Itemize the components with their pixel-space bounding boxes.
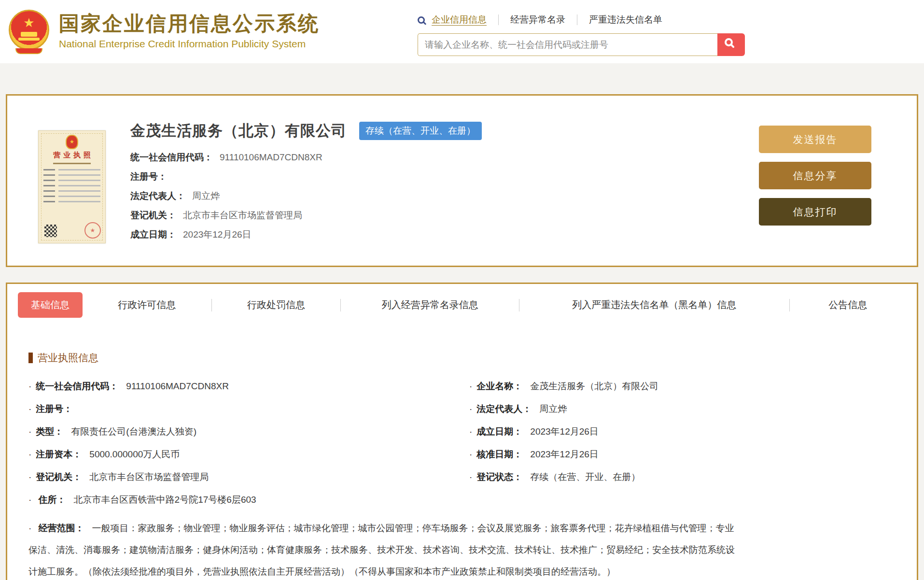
license-detail-grid: 统一社会信用代码：91110106MAD7CDN8XR 企业名称：金茂生活服务（… [7,365,917,482]
field-credit-code: 统一社会信用代码：91110106MAD7CDN8XR [130,152,482,163]
site-title-en: National Enterprise Credit Information P… [59,38,320,50]
field-registration-number: 注册号： [130,171,482,182]
info-print-button[interactable]: 信息打印 [759,198,871,226]
field-establishment-date: 成立日期：2023年12月26日 [130,229,482,240]
nav-divider [577,14,577,25]
section-title-bar [28,353,33,363]
detail-approval-date: 核准日期：2023年12月26日 [469,449,896,460]
field-legal-representative: 法定代表人：周立烨 [130,190,482,201]
license-title: 营业执照 [39,151,105,160]
nav-link-serious-violation-list[interactable]: 严重违法失信名单 [589,14,662,26]
site-brand: ★ 国家企业信用信息公示系统 National Enterprise Credi… [7,7,320,55]
license-emblem-icon [66,135,78,149]
detail-credit-code: 统一社会信用代码：91110106MAD7CDN8XR [28,381,455,392]
company-name: 金茂生活服务（北京）有限公司 [130,121,347,141]
status-badge: 存续（在营、开业、在册） [359,122,482,140]
field-registration-authority: 登记机关：北京市丰台区市场监督管理局 [130,210,482,221]
detail-address: 住所：北京市丰台区西铁营中路2号院17号楼6层603 [28,495,896,505]
info-share-button[interactable]: 信息分享 [759,162,871,189]
detail-establishment-date: 成立日期：2023年12月26日 [469,426,896,437]
nav-divider [498,14,499,25]
detail-company-name: 企业名称：金茂生活服务（北京）有限公司 [469,381,896,392]
search-input[interactable] [418,33,717,56]
detail-business-scope: 经营范围：一般项目：家政服务；物业管理；物业服务评估；城市绿化管理；城市公园管理… [28,517,742,580]
detail-company-type: 类型：有限责任公司(台港澳法人独资) [28,426,455,437]
company-summary-card: 营业执照 金茂生活服务（北京）有限公司 存续（在营、开业、在册） 统一社会信用代… [6,94,918,267]
tab-administrative-penalty[interactable]: 行政处罚信息 [212,298,341,311]
national-emblem-logo: ★ [7,7,51,55]
license-red-seal [84,222,101,239]
send-report-button[interactable]: 发送报告 [759,126,871,153]
detail-registered-capital: 注册资本：5000.000000万人民币 [28,449,455,460]
tab-abnormal-operation-list[interactable]: 列入经营异常名录信息 [341,298,518,311]
detail-tabbar: 基础信息 行政许可信息 行政处罚信息 列入经营异常名录信息 列入严重违法失信名单… [7,284,917,324]
search-button[interactable] [717,33,745,56]
detail-registration-number: 注册号： [28,404,455,414]
section-title-business-license: 营业执照信息 [28,351,917,365]
business-license-thumbnail: 营业执照 [38,130,106,243]
detail-registration-authority: 登记机关：北京市丰台区市场监督管理局 [28,472,455,482]
tab-administrative-license[interactable]: 行政许可信息 [83,298,211,311]
license-field-bars [43,169,100,202]
detail-registration-status: 登记状态：存续（在营、开业、在册） [469,472,896,482]
site-header: ★ 国家企业信用信息公示系统 National Enterprise Credi… [0,0,924,63]
tab-serious-violation-blacklist[interactable]: 列入严重违法失信名单（黑名单）信息 [519,298,789,311]
tab-announcement-info[interactable]: 公告信息 [790,298,906,311]
tab-basic-info[interactable]: 基础信息 [18,292,83,318]
search-icon [418,16,425,24]
detail-legal-representative: 法定代表人：周立烨 [469,404,896,414]
nav-link-abnormal-directory[interactable]: 经营异常名录 [510,14,565,26]
license-subtitle-bar [53,163,91,164]
site-title-cn: 国家企业信用信息公示系统 [59,12,320,35]
license-qr-code [44,225,57,237]
search-icon [725,38,733,46]
nav-link-enterprise-credit[interactable]: 企业信用信息 [432,14,487,26]
top-nav: 企业信用信息 经营异常名录 严重违法失信名单 [418,13,745,27]
detail-card: 基础信息 行政许可信息 行政处罚信息 列入经营异常名录信息 列入严重违法失信名单… [6,283,918,580]
